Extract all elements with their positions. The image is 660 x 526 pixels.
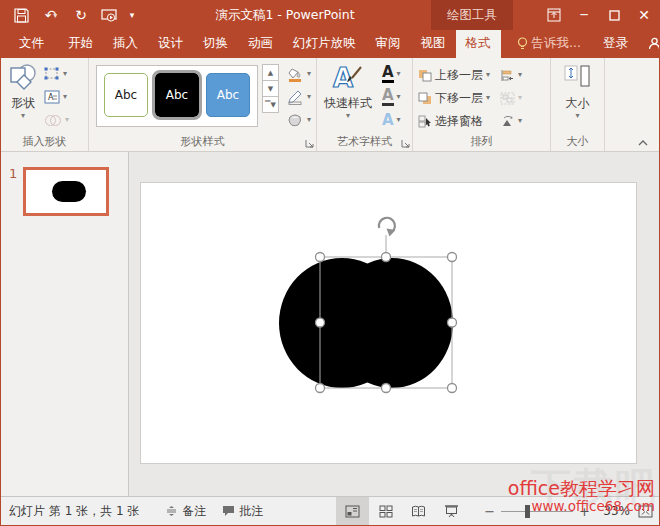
- save-icon[interactable]: [9, 4, 33, 26]
- tab-share[interactable]: 共享: [638, 30, 660, 58]
- comments-button[interactable]: 批注: [222, 503, 263, 520]
- quick-styles-button[interactable]: A 快速样式 ▾: [320, 61, 376, 122]
- shape-effects-icon: [287, 113, 304, 128]
- insert-shapes-group-label: 插入形状: [1, 134, 88, 149]
- tab-file[interactable]: 文件: [5, 30, 58, 58]
- undo-icon[interactable]: ↶▾: [37, 4, 65, 26]
- rotate-objects-button[interactable]: ▾: [498, 111, 524, 131]
- gallery-up-icon[interactable]: ▲: [262, 64, 279, 81]
- shape-style-option-3[interactable]: Abc: [206, 73, 250, 117]
- comments-label: 批注: [239, 503, 263, 520]
- normal-view-button[interactable]: [336, 497, 369, 525]
- tab-tell-me[interactable]: 告诉我...: [507, 30, 591, 58]
- shapes-button[interactable]: 形状 ▾: [4, 61, 42, 122]
- selection-pane-label: 选择窗格: [435, 113, 483, 130]
- slide-sorter-icon: [379, 505, 393, 518]
- shape-style-gallery: Abc Abc Abc: [96, 65, 258, 127]
- edit-shape-button[interactable]: ▾: [42, 64, 71, 84]
- tab-review[interactable]: 审阅: [366, 30, 411, 58]
- bring-forward-button[interactable]: 上移一层 ▾: [416, 65, 492, 85]
- ribbon-display-options-icon[interactable]: [539, 0, 569, 30]
- ghost-watermark: 下载吧: [531, 460, 657, 515]
- tab-sign-in[interactable]: 登录: [593, 30, 638, 58]
- tab-slideshow[interactable]: 幻灯片放映: [283, 30, 366, 58]
- wordart-dialog-launcher-icon[interactable]: [401, 139, 411, 149]
- shape-styles-dialog-launcher-icon[interactable]: [305, 139, 315, 149]
- slide-1-thumbnail[interactable]: [23, 167, 109, 216]
- close-icon[interactable]: ✕: [629, 0, 659, 30]
- align-button[interactable]: ▾: [498, 65, 524, 85]
- quick-styles-icon: A: [331, 63, 365, 93]
- selection-pane-button[interactable]: 选择窗格: [416, 111, 492, 131]
- start-slideshow-icon[interactable]: [97, 4, 121, 26]
- zoom-slider-thumb[interactable]: [525, 505, 530, 518]
- shape-style-option-2-selected[interactable]: Abc: [155, 73, 199, 117]
- text-fill-icon: A: [382, 65, 394, 83]
- group-arrange: 上移一层 ▾ 下移一层 ▾ 选择窗格 ▾: [413, 58, 551, 151]
- group-insert-shapes: 形状 ▾ ▾ A ▾ ▾ 插入形状: [1, 58, 89, 151]
- thumbnail-shape: [52, 181, 86, 202]
- lightbulb-icon: [517, 37, 528, 51]
- group-wordart-styles: A 快速样式 ▾ A ▾ A ▾ A ▾: [317, 58, 413, 151]
- main-area: 1: [1, 152, 659, 496]
- tab-home[interactable]: 开始: [58, 30, 103, 58]
- edit-shape-icon: [44, 67, 60, 81]
- wordart-styles-group-label: 艺术字样式: [317, 134, 412, 149]
- tab-view[interactable]: 视图: [411, 30, 456, 58]
- customize-qat-icon[interactable]: ▾: [125, 4, 139, 26]
- collapse-ribbon-icon[interactable]: [637, 139, 649, 147]
- text-box-button[interactable]: A ▾: [42, 87, 71, 107]
- slideshow-view-icon: [444, 505, 459, 518]
- shapes-label: 形状: [11, 95, 35, 112]
- text-outline-button[interactable]: A ▾: [380, 87, 403, 107]
- shape-fill-button[interactable]: ▾: [285, 64, 313, 84]
- shape-fill-icon: [287, 67, 304, 82]
- rotate-objects-icon: [500, 115, 515, 128]
- send-backward-button[interactable]: 下移一层 ▾: [416, 88, 492, 108]
- minimize-icon[interactable]: ─: [569, 0, 599, 30]
- group-objects-icon: [500, 92, 515, 105]
- slide-number: 1: [9, 166, 17, 181]
- normal-view-icon: [345, 505, 360, 518]
- shape-effects-button[interactable]: ▾: [285, 110, 313, 130]
- slide-canvas[interactable]: [140, 182, 637, 464]
- slide-editor[interactable]: [129, 152, 659, 496]
- reading-view-button[interactable]: [402, 497, 435, 525]
- slide-thumbnail-panel[interactable]: 1: [1, 152, 129, 496]
- title-bar: ↶▾ ↻ ▾ 演示文稿1 - PowerPoint 绘图工具 ─ ✕: [1, 0, 659, 30]
- redo-icon[interactable]: ↻: [69, 4, 93, 26]
- tab-animations[interactable]: 动画: [238, 30, 283, 58]
- notes-icon: [165, 505, 178, 517]
- tab-insert[interactable]: 插入: [103, 30, 148, 58]
- tab-design[interactable]: 设计: [148, 30, 193, 58]
- text-fill-button[interactable]: A ▾: [380, 64, 403, 84]
- svg-text:A: A: [48, 93, 54, 102]
- gallery-down-icon[interactable]: ▼: [262, 80, 279, 97]
- merge-shapes-icon: [44, 114, 62, 127]
- rotate-handle-icon[interactable]: [379, 218, 396, 237]
- shape-style-option-1[interactable]: Abc: [104, 73, 148, 117]
- person-icon: [648, 37, 660, 50]
- group-size: 大小 ▾ 大小: [551, 58, 605, 151]
- selected-shape-graphic[interactable]: [141, 183, 638, 465]
- drawing-tools-contextual-label: 绘图工具: [431, 0, 513, 30]
- group-shape-styles: Abc Abc Abc ▲ ▼ ▔▼ ▾ ▾ ▾: [89, 58, 317, 151]
- notes-label: 备注: [182, 503, 206, 520]
- tab-format-active[interactable]: 格式: [456, 30, 501, 58]
- maximize-icon[interactable]: [599, 0, 629, 30]
- gallery-more-icon[interactable]: ▔▼: [262, 96, 279, 113]
- zoom-out-icon[interactable]: −: [478, 504, 501, 519]
- shape-outline-button[interactable]: ▾: [285, 87, 313, 107]
- shape-styles-group-label: 形状样式: [89, 134, 316, 149]
- view-buttons: [336, 497, 468, 525]
- group-objects-button[interactable]: ▾: [498, 88, 524, 108]
- bring-forward-label: 上移一层: [435, 67, 483, 84]
- text-effects-button[interactable]: A ▾: [380, 110, 403, 130]
- slideshow-view-button[interactable]: [435, 497, 468, 525]
- size-button[interactable]: 大小 ▾: [559, 61, 597, 122]
- text-outline-icon: A: [382, 88, 394, 106]
- tab-transitions[interactable]: 切换: [193, 30, 238, 58]
- notes-button[interactable]: 备注: [165, 503, 206, 520]
- merge-shapes-button[interactable]: ▾: [42, 110, 71, 130]
- slide-sorter-view-button[interactable]: [369, 497, 402, 525]
